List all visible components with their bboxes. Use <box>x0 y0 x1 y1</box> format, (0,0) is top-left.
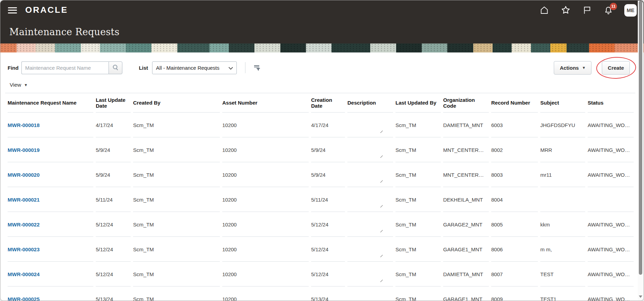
cell-status: AWAITING_WO… <box>588 237 636 262</box>
request-link[interactable]: MWR-000025 <box>8 296 40 301</box>
description-textarea[interactable] <box>347 290 383 301</box>
resize-grip-icon[interactable] <box>379 154 383 158</box>
col-header-created-by[interactable]: Created By <box>133 93 222 113</box>
home-icon[interactable] <box>539 5 550 16</box>
cell-description <box>347 187 395 212</box>
table-header-row: Maintenance Request Name Last Update Dat… <box>8 93 636 113</box>
cell-created-by: Scm_TM <box>133 237 222 262</box>
table-row: MWR-0000215/11/24Scm_TM102005/11/24Scm_T… <box>8 187 636 212</box>
notification-count-badge: 11 <box>610 3 617 10</box>
table-row: MWR-0000225/12/24Scm_TM102005/12/24Scm_T… <box>8 212 636 237</box>
actions-button[interactable]: Actions ▼ <box>554 61 591 75</box>
cell-last-update-date: 5/11/24 <box>96 187 133 212</box>
description-textarea[interactable] <box>347 165 383 184</box>
description-textarea[interactable] <box>347 240 383 259</box>
oracle-logo[interactable]: ORACLE <box>25 6 68 15</box>
list-select[interactable]: All - Maintenance Requests <box>152 61 237 74</box>
col-header-subject[interactable]: Subject <box>540 93 588 113</box>
request-link[interactable]: MWR-000018 <box>8 122 40 128</box>
description-textarea[interactable] <box>347 265 383 283</box>
cell-asset-number: 10200 <box>222 187 311 212</box>
request-link[interactable]: MWR-000020 <box>8 172 40 178</box>
request-link[interactable]: MWR-000022 <box>8 222 40 227</box>
resize-grip-icon[interactable] <box>379 179 383 183</box>
cell-organization-code: DAMIETTA_MNT <box>443 113 491 137</box>
view-menu[interactable]: View ▼ <box>10 82 34 88</box>
cell-organization-code: GARAGE1_MNT <box>443 287 491 301</box>
table-row: MWR-0000205/9/24Scm_TM102005/9/24Scm_TMM… <box>8 162 636 187</box>
col-header-creation-date[interactable]: Creation Date <box>311 93 347 113</box>
description-textarea[interactable] <box>347 140 383 159</box>
col-header-status[interactable]: Status <box>588 93 636 113</box>
col-header-organization-code[interactable]: Organization Code <box>443 93 491 113</box>
col-header-last-update-date[interactable]: Last Update Date <box>96 93 133 113</box>
cell-description <box>347 237 395 262</box>
cell-created-by: Scm_TM <box>133 113 222 137</box>
user-avatar[interactable]: ME <box>624 4 637 17</box>
description-textarea[interactable] <box>347 190 383 209</box>
view-dropdown-arrow-icon: ▼ <box>24 83 28 87</box>
find-input[interactable] <box>21 61 109 74</box>
cell-record-number: 8009 <box>491 287 540 301</box>
request-link[interactable]: MWR-000019 <box>8 147 40 153</box>
cell-record-number: 8004 <box>491 187 540 212</box>
cell-name: MWR-000019 <box>8 137 96 162</box>
search-button[interactable] <box>109 61 122 74</box>
requests-table: Maintenance Request Name Last Update Dat… <box>8 93 635 301</box>
cell-created-by: Scm_TM <box>133 162 222 187</box>
list-label: List <box>139 65 148 71</box>
cell-name: MWR-000024 <box>8 262 96 287</box>
global-app-bar: ORACLE 11 ME <box>0 0 644 20</box>
cell-subject: m m, <box>540 237 588 262</box>
toolbar-divider <box>245 62 245 73</box>
vertical-scrollbar[interactable] <box>638 1 643 300</box>
actions-button-label: Actions <box>560 65 579 71</box>
cell-description <box>347 287 395 301</box>
cell-last-update-date: 5/12/24 <box>96 212 133 237</box>
cell-description <box>347 113 395 137</box>
cell-creation-date: 5/12/24 <box>311 212 347 237</box>
col-header-maintenance-request-name[interactable]: Maintenance Request Name <box>8 93 96 113</box>
cell-last-update-date: 4/17/24 <box>96 113 133 137</box>
search-icon <box>112 64 119 71</box>
cell-name: MWR-000023 <box>8 237 96 262</box>
description-textarea[interactable] <box>347 215 383 234</box>
scrollbar-down-arrow-icon[interactable] <box>639 295 642 298</box>
cell-subject: kkm <box>540 212 588 237</box>
cell-creation-date: 5/9/24 <box>311 137 347 162</box>
create-button[interactable]: Create <box>602 61 630 75</box>
col-header-asset-number[interactable]: Asset Number <box>222 93 311 113</box>
request-link[interactable]: MWR-000024 <box>8 271 40 277</box>
cell-created-by: Scm_TM <box>133 212 222 237</box>
cell-last-updated-by: Scm_TM <box>395 113 443 137</box>
col-header-description[interactable]: Description <box>347 93 395 113</box>
find-group <box>21 61 122 74</box>
col-header-last-updated-by[interactable]: Last Updated By <box>395 93 443 113</box>
scrollbar-thumb[interactable] <box>639 1 642 275</box>
cell-status: AWAITING_WO… <box>588 212 636 237</box>
create-button-label: Create <box>608 65 624 71</box>
cell-asset-number: 10200 <box>222 162 311 187</box>
cell-last-update-date: 5/9/24 <box>96 137 133 162</box>
favorites-star-icon[interactable] <box>560 5 571 16</box>
hamburger-menu-icon[interactable] <box>7 6 18 14</box>
cell-asset-number: 10200 <box>222 212 311 237</box>
title-row: Maintenance Requests <box>0 20 644 43</box>
request-link[interactable]: MWR-000021 <box>8 197 40 203</box>
resize-grip-icon[interactable] <box>379 129 383 133</box>
find-label: Find <box>8 65 19 71</box>
cell-last-update-date: 5/13/24 <box>96 287 133 301</box>
col-header-record-number[interactable]: Record Number <box>491 93 540 113</box>
cell-creation-date: 5/11/24 <box>311 187 347 212</box>
resize-grip-icon[interactable] <box>379 253 383 257</box>
resize-grip-icon[interactable] <box>379 278 383 282</box>
notifications-bell-icon[interactable]: 11 <box>603 5 614 16</box>
resize-grip-icon[interactable] <box>379 204 383 207</box>
cell-subject: mr11 <box>540 162 588 187</box>
request-link[interactable]: MWR-000023 <box>8 246 40 252</box>
description-textarea[interactable] <box>347 116 383 134</box>
query-by-example-filter-icon[interactable] <box>253 64 261 72</box>
cell-creation-date: 5/12/24 <box>311 237 347 262</box>
resize-grip-icon[interactable] <box>379 229 383 232</box>
flag-icon[interactable] <box>581 5 592 16</box>
